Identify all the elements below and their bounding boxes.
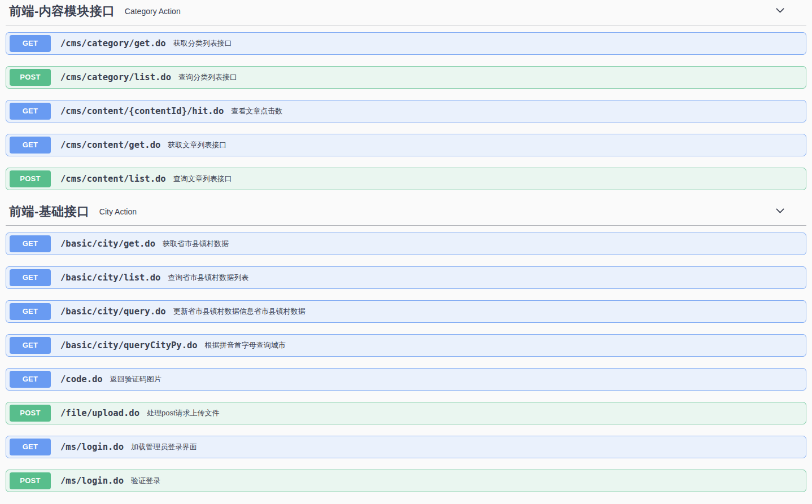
api-list: 前端-内容模块接口 Category Action GET /cms/categ… <box>0 0 812 492</box>
operation-description: 查询分类列表接口 <box>178 72 237 82</box>
api-section: 前端-基础接口 City Action GET /basic/city/get.… <box>6 201 806 492</box>
operation-description: 验证登录 <box>131 476 160 486</box>
chevron-down-icon <box>774 5 786 18</box>
operations-list: GET /cms/category/get.do 获取分类列表接口 POST /… <box>6 25 806 190</box>
method-badge: GET <box>10 269 51 286</box>
operations-list: GET /basic/city/get.do 获取省市县镇村数据 GET /ba… <box>6 226 806 492</box>
operation-path: /basic/city/query.do <box>60 306 166 317</box>
operation-path: /cms/content/{contentId}/hit.do <box>60 106 224 116</box>
method-badge: GET <box>10 337 51 354</box>
operation-path: /file/upload.do <box>60 408 139 418</box>
opblock-row[interactable]: GET /basic/city/queryCityPy.do 根据拼音首字母查询… <box>6 334 806 357</box>
method-badge: GET <box>10 103 51 120</box>
operation-description: 查询省市县镇村数据列表 <box>168 273 248 283</box>
operation-path: /ms/login.do <box>60 476 124 486</box>
operation-description: 根据拼音首字母查询城市 <box>205 340 286 350</box>
opblock-row[interactable]: POST /ms/login.do 验证登录 <box>6 470 806 492</box>
method-badge: GET <box>10 371 51 388</box>
opblock-row[interactable]: GET /basic/city/get.do 获取省市县镇村数据 <box>6 233 806 255</box>
method-badge: GET <box>10 303 51 320</box>
operation-path: /cms/category/list.do <box>60 72 171 82</box>
operation-path: /cms/category/get.do <box>60 38 166 49</box>
operation-path: /basic/city/queryCityPy.do <box>60 340 198 350</box>
method-badge: POST <box>10 405 51 422</box>
operation-path: /cms/content/get.do <box>60 140 160 150</box>
opblock-row[interactable]: GET /cms/category/get.do 获取分类列表接口 <box>6 32 806 55</box>
method-badge: POST <box>10 69 51 86</box>
method-badge: GET <box>10 439 51 455</box>
method-badge: GET <box>10 137 51 154</box>
operation-description: 获取文章列表接口 <box>168 140 226 150</box>
operation-description: 加载管理员登录界面 <box>131 442 197 452</box>
operation-path: /cms/content/list.do <box>60 174 166 184</box>
section-header[interactable]: 前端-内容模块接口 Category Action <box>6 1 806 25</box>
opblock-row[interactable]: GET /basic/city/list.do 查询省市县镇村数据列表 <box>6 266 806 289</box>
opblock-row[interactable]: POST /cms/category/list.do 查询分类列表接口 <box>6 66 806 89</box>
operation-path: /ms/login.do <box>60 442 124 452</box>
section-collapse-button[interactable] <box>774 205 786 218</box>
section-collapse-button[interactable] <box>774 5 786 18</box>
operation-description: 获取分类列表接口 <box>173 38 232 49</box>
operation-path: /basic/city/get.do <box>60 239 155 249</box>
method-badge: POST <box>10 170 51 187</box>
operation-description: 返回验证码图片 <box>110 374 161 384</box>
chevron-down-icon <box>774 205 786 218</box>
section-title: 前端-内容模块接口 <box>9 5 115 18</box>
operation-description: 查看文章点击数 <box>231 106 282 116</box>
opblock-row[interactable]: POST /file/upload.do 处理post请求上传文件 <box>6 402 806 424</box>
operation-path: /basic/city/list.do <box>60 273 160 283</box>
opblock-row[interactable]: GET /cms/content/{contentId}/hit.do 查看文章… <box>6 100 806 122</box>
opblock-row[interactable]: POST /cms/content/list.do 查询文章列表接口 <box>6 168 806 190</box>
opblock-row[interactable]: GET /ms/login.do 加载管理员登录界面 <box>6 436 806 458</box>
operation-description: 更新省市县镇村数据信息省市县镇村数据 <box>173 306 305 317</box>
operation-path: /code.do <box>60 374 103 384</box>
method-badge: POST <box>10 472 51 489</box>
section-subtitle: Category Action <box>125 7 181 16</box>
operation-description: 查询文章列表接口 <box>173 174 232 184</box>
opblock-row[interactable]: GET /cms/content/get.do 获取文章列表接口 <box>6 134 806 156</box>
operation-description: 获取省市县镇村数据 <box>163 239 229 249</box>
method-badge: GET <box>10 235 51 252</box>
operation-description: 处理post请求上传文件 <box>147 408 220 418</box>
opblock-row[interactable]: GET /basic/city/query.do 更新省市县镇村数据信息省市县镇… <box>6 300 806 323</box>
section-header[interactable]: 前端-基础接口 City Action <box>6 201 806 226</box>
api-section: 前端-内容模块接口 Category Action GET /cms/categ… <box>6 1 806 190</box>
method-badge: GET <box>10 35 51 52</box>
section-subtitle: City Action <box>99 207 137 216</box>
opblock-row[interactable]: GET /code.do 返回验证码图片 <box>6 368 806 391</box>
section-title: 前端-基础接口 <box>9 205 90 218</box>
